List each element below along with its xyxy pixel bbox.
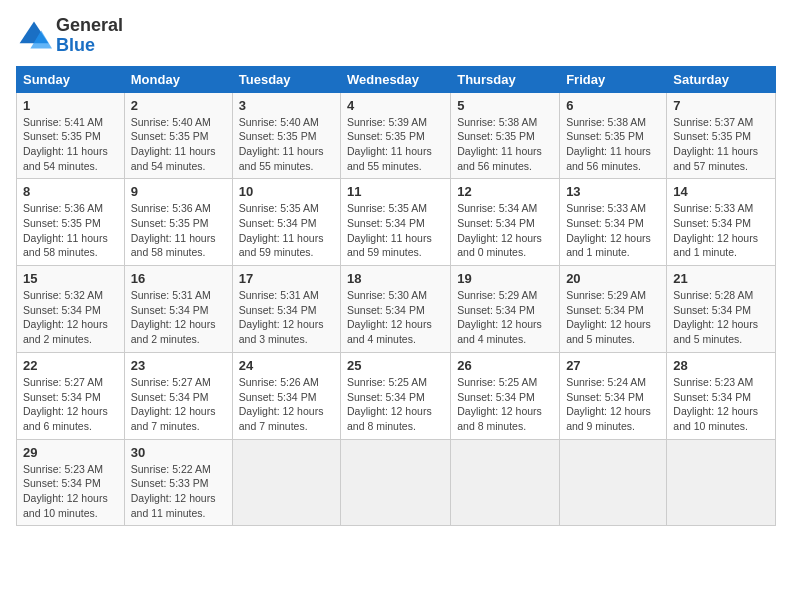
day-info: Sunrise: 5:38 AMSunset: 5:35 PMDaylight:… [566,115,660,174]
day-number: 11 [347,184,444,199]
calendar-cell: 5Sunrise: 5:38 AMSunset: 5:35 PMDaylight… [451,92,560,179]
day-info: Sunrise: 5:39 AMSunset: 5:35 PMDaylight:… [347,115,444,174]
day-number: 1 [23,98,118,113]
calendar-cell: 9Sunrise: 5:36 AMSunset: 5:35 PMDaylight… [124,179,232,266]
day-info: Sunrise: 5:35 AMSunset: 5:34 PMDaylight:… [347,201,444,260]
calendar-cell: 3Sunrise: 5:40 AMSunset: 5:35 PMDaylight… [232,92,340,179]
day-number: 10 [239,184,334,199]
day-info: Sunrise: 5:27 AMSunset: 5:34 PMDaylight:… [131,375,226,434]
day-number: 23 [131,358,226,373]
calendar-cell: 27Sunrise: 5:24 AMSunset: 5:34 PMDayligh… [560,352,667,439]
calendar-cell: 2Sunrise: 5:40 AMSunset: 5:35 PMDaylight… [124,92,232,179]
day-info: Sunrise: 5:26 AMSunset: 5:34 PMDaylight:… [239,375,334,434]
calendar-cell: 18Sunrise: 5:30 AMSunset: 5:34 PMDayligh… [341,266,451,353]
page-header: General Blue [16,16,776,56]
day-info: Sunrise: 5:29 AMSunset: 5:34 PMDaylight:… [566,288,660,347]
calendar-cell: 6Sunrise: 5:38 AMSunset: 5:35 PMDaylight… [560,92,667,179]
logo-text: General Blue [56,16,123,56]
day-number: 14 [673,184,769,199]
calendar-cell [341,439,451,526]
day-number: 8 [23,184,118,199]
day-info: Sunrise: 5:35 AMSunset: 5:34 PMDaylight:… [239,201,334,260]
header-sunday: Sunday [17,66,125,92]
day-number: 12 [457,184,553,199]
header-friday: Friday [560,66,667,92]
calendar-week-row: 15Sunrise: 5:32 AMSunset: 5:34 PMDayligh… [17,266,776,353]
calendar-cell: 13Sunrise: 5:33 AMSunset: 5:34 PMDayligh… [560,179,667,266]
day-number: 9 [131,184,226,199]
day-info: Sunrise: 5:34 AMSunset: 5:34 PMDaylight:… [457,201,553,260]
day-number: 30 [131,445,226,460]
calendar-cell [667,439,776,526]
day-info: Sunrise: 5:33 AMSunset: 5:34 PMDaylight:… [673,201,769,260]
calendar-cell: 7Sunrise: 5:37 AMSunset: 5:35 PMDaylight… [667,92,776,179]
day-number: 17 [239,271,334,286]
calendar-cell: 26Sunrise: 5:25 AMSunset: 5:34 PMDayligh… [451,352,560,439]
day-info: Sunrise: 5:31 AMSunset: 5:34 PMDaylight:… [239,288,334,347]
day-number: 29 [23,445,118,460]
header-saturday: Saturday [667,66,776,92]
calendar-cell: 4Sunrise: 5:39 AMSunset: 5:35 PMDaylight… [341,92,451,179]
day-info: Sunrise: 5:36 AMSunset: 5:35 PMDaylight:… [23,201,118,260]
day-number: 4 [347,98,444,113]
header-thursday: Thursday [451,66,560,92]
logo-icon [16,18,52,54]
calendar-week-row: 8Sunrise: 5:36 AMSunset: 5:35 PMDaylight… [17,179,776,266]
calendar-cell [560,439,667,526]
weekday-header-row: Sunday Monday Tuesday Wednesday Thursday… [17,66,776,92]
header-tuesday: Tuesday [232,66,340,92]
logo: General Blue [16,16,123,56]
calendar-cell: 23Sunrise: 5:27 AMSunset: 5:34 PMDayligh… [124,352,232,439]
day-info: Sunrise: 5:27 AMSunset: 5:34 PMDaylight:… [23,375,118,434]
day-info: Sunrise: 5:23 AMSunset: 5:34 PMDaylight:… [673,375,769,434]
calendar-cell: 16Sunrise: 5:31 AMSunset: 5:34 PMDayligh… [124,266,232,353]
day-info: Sunrise: 5:23 AMSunset: 5:34 PMDaylight:… [23,462,118,521]
day-number: 22 [23,358,118,373]
header-monday: Monday [124,66,232,92]
day-number: 18 [347,271,444,286]
calendar-cell: 15Sunrise: 5:32 AMSunset: 5:34 PMDayligh… [17,266,125,353]
day-number: 2 [131,98,226,113]
calendar-cell: 11Sunrise: 5:35 AMSunset: 5:34 PMDayligh… [341,179,451,266]
calendar-cell: 12Sunrise: 5:34 AMSunset: 5:34 PMDayligh… [451,179,560,266]
day-number: 15 [23,271,118,286]
day-info: Sunrise: 5:40 AMSunset: 5:35 PMDaylight:… [239,115,334,174]
calendar-cell: 28Sunrise: 5:23 AMSunset: 5:34 PMDayligh… [667,352,776,439]
calendar-cell [232,439,340,526]
header-wednesday: Wednesday [341,66,451,92]
calendar-cell [451,439,560,526]
calendar-cell: 8Sunrise: 5:36 AMSunset: 5:35 PMDaylight… [17,179,125,266]
day-number: 19 [457,271,553,286]
day-info: Sunrise: 5:28 AMSunset: 5:34 PMDaylight:… [673,288,769,347]
day-info: Sunrise: 5:40 AMSunset: 5:35 PMDaylight:… [131,115,226,174]
day-number: 20 [566,271,660,286]
day-info: Sunrise: 5:25 AMSunset: 5:34 PMDaylight:… [347,375,444,434]
calendar-week-row: 22Sunrise: 5:27 AMSunset: 5:34 PMDayligh… [17,352,776,439]
day-number: 28 [673,358,769,373]
day-number: 21 [673,271,769,286]
day-number: 6 [566,98,660,113]
day-number: 27 [566,358,660,373]
day-number: 24 [239,358,334,373]
calendar-cell: 22Sunrise: 5:27 AMSunset: 5:34 PMDayligh… [17,352,125,439]
calendar-cell: 10Sunrise: 5:35 AMSunset: 5:34 PMDayligh… [232,179,340,266]
calendar-cell: 25Sunrise: 5:25 AMSunset: 5:34 PMDayligh… [341,352,451,439]
day-info: Sunrise: 5:32 AMSunset: 5:34 PMDaylight:… [23,288,118,347]
day-number: 7 [673,98,769,113]
calendar-week-row: 1Sunrise: 5:41 AMSunset: 5:35 PMDaylight… [17,92,776,179]
day-number: 25 [347,358,444,373]
day-number: 13 [566,184,660,199]
calendar-cell: 21Sunrise: 5:28 AMSunset: 5:34 PMDayligh… [667,266,776,353]
calendar-cell: 1Sunrise: 5:41 AMSunset: 5:35 PMDaylight… [17,92,125,179]
day-number: 16 [131,271,226,286]
calendar-cell: 20Sunrise: 5:29 AMSunset: 5:34 PMDayligh… [560,266,667,353]
day-info: Sunrise: 5:38 AMSunset: 5:35 PMDaylight:… [457,115,553,174]
day-info: Sunrise: 5:25 AMSunset: 5:34 PMDaylight:… [457,375,553,434]
calendar-cell: 17Sunrise: 5:31 AMSunset: 5:34 PMDayligh… [232,266,340,353]
day-info: Sunrise: 5:31 AMSunset: 5:34 PMDaylight:… [131,288,226,347]
calendar-cell: 29Sunrise: 5:23 AMSunset: 5:34 PMDayligh… [17,439,125,526]
calendar-cell: 24Sunrise: 5:26 AMSunset: 5:34 PMDayligh… [232,352,340,439]
day-info: Sunrise: 5:30 AMSunset: 5:34 PMDaylight:… [347,288,444,347]
day-info: Sunrise: 5:37 AMSunset: 5:35 PMDaylight:… [673,115,769,174]
day-info: Sunrise: 5:24 AMSunset: 5:34 PMDaylight:… [566,375,660,434]
